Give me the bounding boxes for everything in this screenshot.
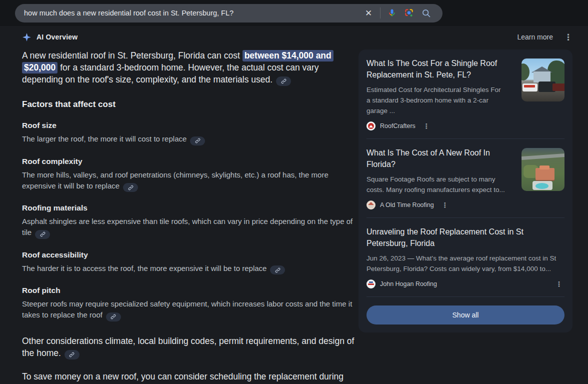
ai-overview-body: A new residential roof in St. Petersburg… (22, 50, 355, 384)
sources-panel: What Is The Cost For a Shingle Roof Repl… (358, 50, 572, 332)
link-icon (110, 314, 116, 320)
ai-overview-title: AI Overview (36, 33, 78, 41)
link-icon (195, 138, 200, 144)
source-favicon (366, 122, 376, 130)
factor-title-roof-pitch: Roof pitch (22, 286, 355, 295)
show-all-button[interactable]: Show all (366, 306, 564, 324)
search-submit-button[interactable] (418, 4, 434, 22)
factor-body-roof-complexity: The more hills, valleys, and roof penetr… (22, 170, 355, 192)
source-card-2[interactable]: What Is The Cost of A New Roof In Florid… (366, 147, 564, 210)
source-card-1[interactable]: What Is The Cost For a Shingle Roof Repl… (366, 58, 564, 130)
source-thumbnail-aerial-house-pool[interactable] (522, 148, 564, 191)
source-name: RoofCrafters (380, 122, 416, 130)
intro-paragraph: A new residential roof in St. Petersburg… (22, 50, 355, 86)
factor-text: The more hills, valleys, and roof penetr… (22, 170, 328, 190)
factor-title-roofing-materials: Roofing materials (22, 204, 355, 212)
link-icon (40, 232, 46, 237)
factor-text: The harder it is to access the roof, the… (22, 264, 266, 272)
intro-text-pre: A new residential roof in St. Petersburg… (22, 50, 242, 60)
source-thumbnail-house-trucks[interactable] (522, 58, 564, 102)
source-snippet: Estimated Cost for Architectural Shingle… (366, 84, 506, 116)
factor-body-roof-pitch: Steeper roofs may require specialized sa… (22, 298, 355, 322)
citation-chip[interactable] (106, 312, 121, 322)
factor-text: The larger the roof, the more it will co… (22, 134, 186, 143)
factor-body-roofing-materials: Asphalt shingles are less expensive than… (22, 216, 355, 239)
factor-title-roof-complexity: Roof complexity (22, 157, 355, 166)
factors-heading: Factors that affect cost (22, 100, 355, 110)
source-title[interactable]: Unraveling the Roof Replacement Cost in … (366, 226, 564, 249)
source-title[interactable]: What Is The Cost For a Shingle Roof Repl… (366, 58, 506, 80)
citation-chip[interactable] (270, 266, 285, 274)
link-icon (275, 268, 280, 273)
ai-overview-header: AI Overview Learn more ⋮ (22, 30, 572, 44)
save-money-paragraph: To save money on a new roof, you can con… (22, 370, 355, 384)
source-snippet: Jun 26, 2023 — What's the average roof r… (366, 253, 564, 274)
ai-sparkle-icon (22, 32, 32, 42)
factor-text: Steeper roofs may require specialized sa… (22, 300, 352, 319)
link-icon (281, 78, 286, 84)
search-icon (421, 8, 432, 18)
citation-chip[interactable] (190, 136, 205, 146)
search-divider (380, 8, 380, 18)
microphone-icon (387, 8, 397, 18)
top-search-bar: ✕ (0, 0, 588, 26)
divider (366, 296, 564, 297)
source-menu-button[interactable]: ⋮ (556, 280, 562, 288)
source-snippet: Square Footage Roofs are subject to many… (366, 174, 506, 195)
factor-title-roof-accessibility: Roof accessibility (22, 250, 355, 260)
source-card-3[interactable]: Unraveling the Roof Replacement Cost in … (366, 226, 564, 288)
link-icon (69, 352, 74, 358)
source-name: A Old Time Roofing (380, 202, 434, 208)
citation-chip[interactable] (35, 230, 50, 239)
learn-more-link[interactable]: Learn more (517, 33, 553, 41)
close-icon: ✕ (365, 9, 372, 18)
source-menu-button[interactable]: ⋮ (423, 122, 430, 130)
divider (366, 218, 564, 218)
factor-text: Asphalt shingles are less expensive than… (22, 217, 352, 236)
google-lens-icon (404, 8, 414, 18)
source-favicon (366, 280, 376, 288)
link-icon (128, 185, 134, 190)
voice-search-button[interactable] (384, 4, 400, 22)
search-box[interactable]: ✕ (15, 4, 442, 22)
divider (366, 138, 564, 139)
intro-text-post: for a standard 3-bedroom home. However, … (22, 62, 319, 84)
overview-menu-button[interactable]: ⋮ (564, 33, 572, 42)
citation-chip[interactable] (123, 183, 138, 192)
factor-title-roof-size: Roof size (22, 121, 355, 130)
source-favicon (366, 200, 376, 210)
source-title[interactable]: What Is The Cost of A New Roof In Florid… (366, 147, 506, 170)
lens-search-button[interactable] (400, 4, 418, 22)
other-considerations-paragraph: Other considerations climate, local buil… (22, 335, 355, 360)
citation-chip[interactable] (276, 76, 291, 86)
citation-chip[interactable] (64, 350, 80, 360)
search-input[interactable] (24, 9, 360, 17)
source-name: John Hogan Roofing (380, 280, 437, 288)
clear-search-button[interactable]: ✕ (360, 4, 377, 22)
factor-body-roof-accessibility: The harder it is to access the roof, the… (22, 263, 355, 275)
save-money-text: To save money on a new roof, you can con… (22, 372, 344, 384)
source-menu-button[interactable]: ⋮ (442, 202, 448, 208)
factor-body-roof-size: The larger the roof, the more it will co… (22, 134, 355, 146)
